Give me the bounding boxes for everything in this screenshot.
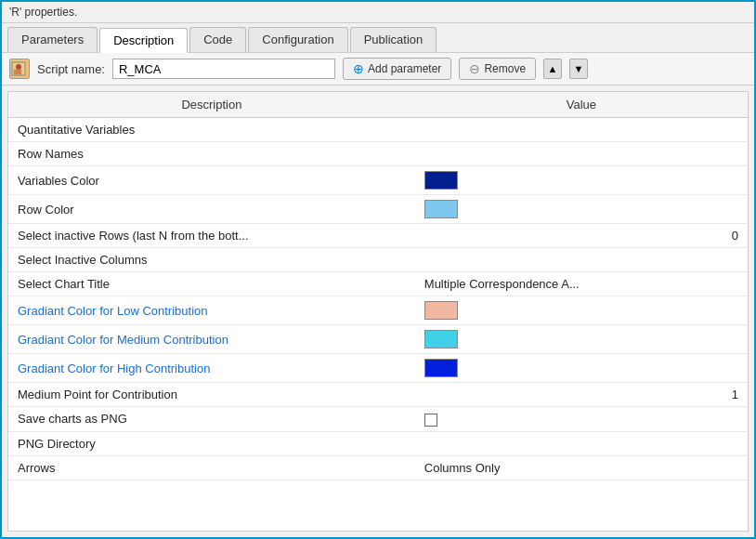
tab-description[interactable]: Description: [99, 28, 188, 53]
script-name-input[interactable]: [112, 59, 335, 79]
row-description: Row Color: [8, 195, 415, 224]
table-row: ArrowsColumns Only: [8, 455, 748, 480]
table-row: Gradiant Color for Medium Contribution: [8, 325, 748, 354]
move-down-button[interactable]: ▼: [569, 59, 588, 79]
add-icon: ⊕: [353, 61, 364, 76]
add-parameter-button[interactable]: ⊕ Add parameter: [343, 58, 451, 80]
row-description: Select Chart Title: [8, 272, 415, 296]
table-row: Select inactive Rows (last N from the bo…: [8, 224, 748, 248]
row-description: PNG Directory: [8, 431, 415, 455]
params-table-container: Description Value Quantitative Variables…: [7, 91, 749, 532]
row-value: [415, 118, 748, 142]
main-window: 'R' properties. Parameters Description C…: [0, 0, 756, 539]
tab-publication[interactable]: Publication: [350, 27, 437, 52]
row-description: Select inactive Rows (last N from the bo…: [8, 224, 415, 248]
row-value[interactable]: [415, 325, 748, 354]
table-row: Variables Color: [8, 166, 748, 195]
row-value: [415, 142, 748, 166]
color-swatch[interactable]: [424, 359, 458, 377]
color-swatch[interactable]: [424, 171, 458, 190]
script-icon: [9, 59, 30, 79]
row-description: Arrows: [8, 455, 415, 480]
params-table: Description Value Quantitative Variables…: [8, 92, 748, 480]
row-value[interactable]: [415, 296, 748, 325]
window-title: 'R' properties.: [9, 6, 77, 19]
table-row: Gradiant Color for Low Contribution: [8, 296, 748, 325]
row-description: Select Inactive Columns: [8, 248, 415, 272]
row-value[interactable]: [415, 354, 748, 383]
move-up-button[interactable]: ▲: [543, 59, 562, 79]
svg-rect-1: [14, 70, 21, 74]
row-value: 0: [415, 224, 748, 248]
table-row: Select Inactive Columns: [8, 248, 748, 272]
row-description: Gradiant Color for Low Contribution: [8, 296, 415, 325]
tab-parameters[interactable]: Parameters: [7, 27, 98, 52]
table-row: Select Chart TitleMultiple Correspondenc…: [8, 272, 748, 296]
row-description: Gradiant Color for Medium Contribution: [8, 325, 415, 354]
row-description: Row Names: [8, 142, 415, 166]
row-value[interactable]: [415, 195, 748, 224]
tab-code[interactable]: Code: [189, 27, 246, 52]
table-row: Gradiant Color for High Contribution: [8, 354, 748, 383]
checkbox[interactable]: [424, 414, 437, 427]
script-label: Script name:: [37, 62, 105, 76]
row-value: Multiple Correspondence A...: [415, 272, 748, 296]
remove-icon: ⊖: [469, 61, 480, 76]
row-description: Gradiant Color for High Contribution: [8, 354, 415, 383]
table-row: PNG Directory: [8, 431, 748, 455]
table-row: Quantitative Variables: [8, 118, 748, 142]
col-header-value: Value: [415, 92, 748, 118]
row-value: [415, 248, 748, 272]
color-swatch[interactable]: [424, 330, 458, 348]
tab-configuration[interactable]: Configuration: [248, 27, 347, 52]
row-description: Quantitative Variables: [8, 118, 415, 142]
col-header-description: Description: [8, 92, 415, 118]
color-swatch[interactable]: [424, 301, 458, 320]
row-value[interactable]: [415, 407, 748, 432]
row-value: 1: [415, 383, 748, 407]
tabs-bar: Parameters Description Code Configuratio…: [2, 23, 754, 53]
row-value: Columns Only: [415, 455, 748, 480]
remove-button[interactable]: ⊖ Remove: [459, 58, 536, 80]
color-swatch[interactable]: [424, 200, 458, 218]
svg-point-2: [16, 64, 21, 70]
table-row: Row Names: [8, 142, 748, 166]
row-value[interactable]: [415, 166, 748, 195]
row-description: Variables Color: [8, 166, 415, 195]
table-row: Save charts as PNG: [8, 407, 748, 432]
title-bar: 'R' properties.: [2, 2, 754, 23]
row-value: [415, 431, 748, 455]
table-row: Row Color: [8, 195, 748, 224]
toolbar: Script name: ⊕ Add parameter ⊖ Remove ▲ …: [2, 53, 754, 85]
table-row: Medium Point for Contribution1: [8, 383, 748, 407]
row-description: Save charts as PNG: [8, 407, 415, 432]
row-description: Medium Point for Contribution: [8, 383, 415, 407]
